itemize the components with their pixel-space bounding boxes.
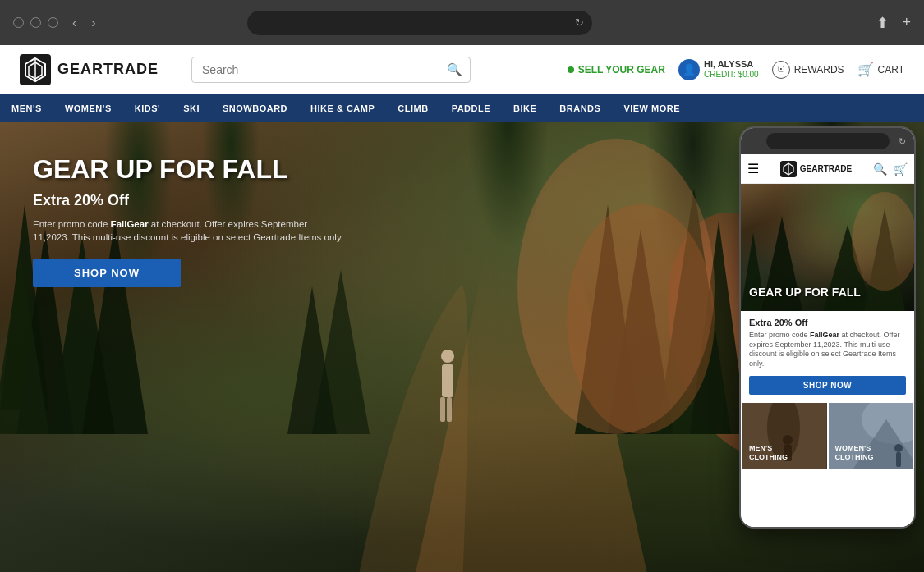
rewards-icon: ☉ bbox=[772, 61, 790, 79]
mobile-logo-text: GEARTRADE bbox=[800, 164, 852, 173]
hero-description: Enter promo code FallGear at checkout. O… bbox=[33, 217, 345, 244]
cart-label: CART bbox=[878, 64, 904, 76]
mobile-site: ☰ GEARTRADE 🔍 🛒 bbox=[741, 154, 914, 527]
hero-desc-prefix: Enter promo code bbox=[33, 219, 111, 229]
geartrade-logo-icon bbox=[20, 54, 51, 85]
svg-point-31 bbox=[783, 435, 793, 445]
mobile-categories: MEN'SCLOTHING bbox=[741, 401, 914, 470]
cart-area[interactable]: 🛒 CART bbox=[857, 62, 904, 77]
nav-item-paddle[interactable]: PADDLE bbox=[440, 94, 502, 122]
mobile-preview-card: ↻ ☰ GEARTRADE 🔍 � bbox=[739, 126, 916, 529]
mobile-reload-icon[interactable]: ↻ bbox=[899, 136, 906, 147]
svg-rect-37 bbox=[896, 452, 901, 467]
site-header: GEARTRADE 🔍 SELL YOUR GEAR 👤 HI, ALYSSA … bbox=[0, 45, 924, 94]
nav-bar: MEN'S WOMEN'S KIDS' SKI SNOWBOARD HIKE &… bbox=[0, 94, 924, 122]
nav-item-womens[interactable]: WOMEN'S bbox=[53, 94, 123, 122]
mobile-logo[interactable]: GEARTRADE bbox=[780, 161, 852, 177]
header-actions: SELL YOUR GEAR 👤 HI, ALYSSA CREDIT: $0.0… bbox=[568, 59, 904, 80]
mobile-header: ☰ GEARTRADE 🔍 🛒 bbox=[741, 154, 914, 184]
search-input[interactable] bbox=[191, 57, 471, 83]
browser-dot-3[interactable] bbox=[48, 17, 58, 28]
mobile-promo-text: Enter promo code FallGear at checkout. O… bbox=[749, 331, 906, 369]
mobile-category-womens[interactable]: WOMEN'SCLOTHING bbox=[829, 403, 913, 469]
mobile-info-section: Extra 20% Off Enter promo code FallGear … bbox=[741, 311, 914, 401]
nav-item-climb[interactable]: CLIMB bbox=[386, 94, 439, 122]
nav-item-mens[interactable]: MEN'S bbox=[0, 94, 53, 122]
browser-reload-icon[interactable]: ↻ bbox=[575, 16, 584, 29]
hero-title: GEAR UP FOR FALL bbox=[33, 155, 345, 184]
mobile-hero-section: GEAR UP FOR FALL bbox=[741, 184, 914, 311]
mobile-hero-content: GEAR UP FOR FALL bbox=[749, 286, 861, 299]
browser-share-button[interactable]: ⬆ bbox=[876, 14, 889, 32]
browser-content: GEARTRADE 🔍 SELL YOUR GEAR 👤 HI, ALYSSA … bbox=[0, 45, 924, 572]
shop-now-button[interactable]: SHOP NOW bbox=[33, 259, 181, 287]
mobile-logo-icon bbox=[780, 161, 797, 177]
browser-actions: ⬆ + bbox=[876, 14, 911, 32]
mobile-extra-20: Extra 20% Off bbox=[749, 318, 906, 327]
mobile-header-icons: 🔍 🛒 bbox=[873, 162, 908, 176]
browser-forward-button[interactable]: › bbox=[87, 14, 99, 32]
user-info: HI, ALYSSA CREDIT: $0.00 bbox=[704, 59, 759, 80]
mobile-browser-chrome: ↻ bbox=[741, 128, 914, 154]
user-area[interactable]: 👤 HI, ALYSSA CREDIT: $0.00 bbox=[678, 59, 759, 80]
sell-gear-link[interactable]: SELL YOUR GEAR bbox=[568, 64, 665, 76]
mobile-hero-title: GEAR UP FOR FALL bbox=[749, 286, 861, 299]
mobile-womens-label: WOMEN'SCLOTHING bbox=[835, 444, 874, 462]
hero-content: GEAR UP FOR FALL Extra 20% Off Enter pro… bbox=[33, 155, 345, 287]
mobile-menu-icon[interactable]: ☰ bbox=[747, 161, 759, 176]
mobile-shop-now-button[interactable]: SHOP NOW bbox=[749, 376, 906, 395]
user-greeting: HI, ALYSSA bbox=[704, 59, 759, 70]
mobile-search-icon[interactable]: 🔍 bbox=[873, 162, 887, 176]
hero-section: GEAR UP FOR FALL Extra 20% Off Enter pro… bbox=[0, 122, 924, 572]
browser-new-tab-button[interactable]: + bbox=[902, 14, 911, 32]
nav-item-kids[interactable]: KIDS' bbox=[123, 94, 172, 122]
mobile-mens-label: MEN'SCLOTHING bbox=[749, 444, 788, 462]
mobile-promo-code: FallGear bbox=[810, 331, 839, 339]
mobile-category-mens[interactable]: MEN'SCLOTHING bbox=[742, 403, 827, 469]
nav-item-ski[interactable]: SKI bbox=[172, 94, 211, 122]
mobile-address-bar[interactable] bbox=[766, 133, 890, 149]
rewards-label: REWARDS bbox=[794, 64, 844, 76]
nav-item-bike[interactable]: BIKE bbox=[502, 94, 548, 122]
user-credit-label: CREDIT: bbox=[704, 70, 736, 79]
hero-promo-code: FallGear bbox=[111, 219, 149, 229]
browser-chrome: ‹ › ↻ ⬆ + bbox=[0, 0, 924, 45]
nav-item-hike-camp[interactable]: HIKE & CAMP bbox=[299, 94, 386, 122]
nav-item-snowboard[interactable]: SNOWBOARD bbox=[211, 94, 299, 122]
nav-item-view-more[interactable]: VIEW MORE bbox=[612, 94, 692, 122]
site-logo-text: GEARTRADE bbox=[57, 61, 159, 78]
browser-nav: ‹ › bbox=[68, 14, 100, 32]
user-credit-value: $0.00 bbox=[738, 70, 759, 79]
mobile-promo-prefix: Enter promo code bbox=[749, 331, 810, 339]
browser-back-button[interactable]: ‹ bbox=[68, 14, 80, 32]
rewards-area[interactable]: ☉ REWARDS bbox=[772, 61, 844, 79]
browser-dot-1[interactable] bbox=[13, 17, 24, 28]
cart-icon: 🛒 bbox=[857, 62, 874, 77]
browser-dot-2[interactable] bbox=[30, 17, 41, 28]
browser-address-input[interactable] bbox=[282, 16, 558, 29]
mobile-cart-icon[interactable]: 🛒 bbox=[894, 162, 908, 176]
user-avatar-icon: 👤 bbox=[678, 59, 700, 80]
nav-item-brands[interactable]: BRANDS bbox=[548, 94, 612, 122]
browser-address-bar[interactable]: ↻ bbox=[247, 11, 592, 35]
sell-gear-label: SELL YOUR GEAR bbox=[578, 64, 665, 76]
user-credit: CREDIT: $0.00 bbox=[704, 70, 759, 80]
logo-area[interactable]: GEARTRADE bbox=[20, 54, 159, 85]
hero-subtitle: Extra 20% Off bbox=[33, 192, 345, 209]
svg-point-36 bbox=[894, 444, 903, 452]
sell-dot-icon bbox=[568, 66, 574, 73]
search-bar: 🔍 bbox=[191, 57, 471, 83]
browser-dots bbox=[13, 17, 58, 28]
search-icon[interactable]: 🔍 bbox=[447, 62, 462, 77]
